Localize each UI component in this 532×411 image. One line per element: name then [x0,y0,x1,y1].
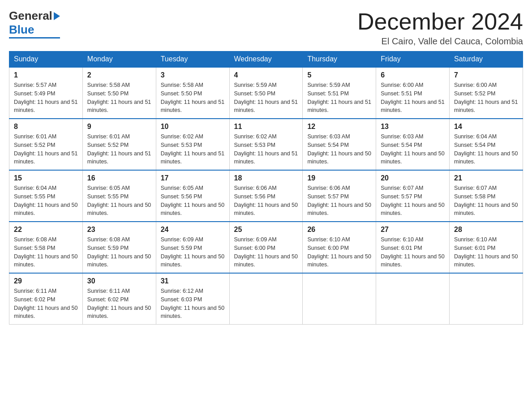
day-info: Sunrise: 5:59 AM Sunset: 5:50 PM Dayligh… [234,81,298,115]
day-number: 10 [161,123,225,131]
day-number: 31 [161,277,225,285]
day-number: 1 [14,71,78,79]
daylight-label: Daylight: 11 hours and 51 minutes. [87,150,151,165]
day-number: 13 [381,123,445,131]
daylight-label: Daylight: 11 hours and 51 minutes. [234,99,298,114]
day-number: 3 [161,71,225,79]
page-header: General Blue December 2024 El Cairo, Val… [9,9,523,47]
daylight-label: Daylight: 11 hours and 51 minutes. [161,99,224,114]
day-info: Sunrise: 6:00 AM Sunset: 5:51 PM Dayligh… [381,81,445,115]
sunrise-label: Sunrise: 5:59 AM [234,82,277,88]
sunrise-label: Sunrise: 6:09 AM [234,236,277,243]
calendar-empty-cell [229,273,303,325]
sunrise-label: Sunrise: 6:05 AM [161,185,203,191]
daylight-label: Daylight: 11 hours and 51 minutes. [14,99,77,114]
calendar-day-cell: 26 Sunrise: 6:10 AM Sunset: 6:00 PM Dayl… [303,222,376,273]
sunrise-label: Sunrise: 6:02 AM [161,133,203,140]
sunset-label: Sunset: 5:57 PM [381,193,422,200]
day-info: Sunrise: 6:08 AM Sunset: 5:58 PM Dayligh… [14,235,78,269]
daylight-label: Daylight: 11 hours and 50 minutes. [14,202,77,217]
daylight-label: Daylight: 11 hours and 50 minutes. [87,305,151,320]
sunrise-label: Sunrise: 6:09 AM [161,236,203,243]
daylight-label: Daylight: 11 hours and 51 minutes. [454,99,518,114]
daylight-label: Daylight: 11 hours and 51 minutes. [87,99,151,114]
day-info: Sunrise: 6:12 AM Sunset: 6:03 PM Dayligh… [161,287,225,321]
daylight-label: Daylight: 11 hours and 50 minutes. [381,150,444,165]
calendar-week-row: 1 Sunrise: 5:57 AM Sunset: 5:49 PM Dayli… [9,67,523,119]
daylight-label: Daylight: 11 hours and 50 minutes. [454,150,518,165]
day-info: Sunrise: 6:11 AM Sunset: 6:02 PM Dayligh… [14,287,78,321]
sunrise-label: Sunrise: 5:58 AM [161,82,203,88]
sunrise-label: Sunrise: 6:08 AM [87,236,130,243]
sunrise-label: Sunrise: 6:06 AM [234,185,277,191]
sunrise-label: Sunrise: 5:58 AM [87,82,130,88]
daylight-label: Daylight: 11 hours and 50 minutes. [87,253,151,268]
day-number: 12 [307,123,371,131]
sunset-label: Sunset: 5:53 PM [161,142,202,148]
sunrise-label: Sunrise: 5:59 AM [307,82,350,88]
sunset-label: Sunset: 6:03 PM [161,296,202,303]
day-info: Sunrise: 6:08 AM Sunset: 5:59 PM Dayligh… [87,235,151,269]
calendar-day-cell: 16 Sunrise: 6:05 AM Sunset: 5:55 PM Dayl… [82,170,156,222]
sunset-label: Sunset: 5:56 PM [234,193,275,200]
column-header-tuesday: Tuesday [156,51,229,68]
day-number: 18 [234,174,298,182]
sunset-label: Sunset: 5:50 PM [234,90,275,97]
column-header-thursday: Thursday [303,51,376,68]
day-number: 4 [234,71,298,79]
day-info: Sunrise: 6:00 AM Sunset: 5:52 PM Dayligh… [454,81,518,115]
sunset-label: Sunset: 6:01 PM [381,245,422,251]
sunset-label: Sunset: 5:50 PM [87,90,129,97]
day-number: 19 [307,174,371,182]
calendar-table: SundayMondayTuesdayWednesdayThursdayFrid… [9,51,523,325]
daylight-label: Daylight: 11 hours and 50 minutes. [454,253,518,268]
calendar-day-cell: 24 Sunrise: 6:09 AM Sunset: 5:59 PM Dayl… [156,222,229,273]
calendar-week-row: 29 Sunrise: 6:11 AM Sunset: 6:02 PM Dayl… [9,273,523,325]
day-number: 26 [307,226,371,234]
sunset-label: Sunset: 5:50 PM [161,90,202,97]
calendar-empty-cell [303,273,376,325]
day-number: 14 [454,123,518,131]
calendar-day-cell: 17 Sunrise: 6:05 AM Sunset: 5:56 PM Dayl… [156,170,229,222]
daylight-label: Daylight: 11 hours and 50 minutes. [307,202,371,217]
calendar-day-cell: 13 Sunrise: 6:03 AM Sunset: 5:54 PM Dayl… [376,119,450,170]
column-header-wednesday: Wednesday [229,51,303,68]
location-text: El Cairo, Valle del Cauca, Colombia [357,36,523,47]
day-number: 27 [381,226,445,234]
sunset-label: Sunset: 5:52 PM [454,90,495,97]
calendar-day-cell: 30 Sunrise: 6:11 AM Sunset: 6:02 PM Dayl… [82,273,156,325]
calendar-day-cell: 9 Sunrise: 6:01 AM Sunset: 5:52 PM Dayli… [82,119,156,170]
sunset-label: Sunset: 5:55 PM [87,193,129,200]
daylight-label: Daylight: 11 hours and 51 minutes. [14,150,77,165]
calendar-day-cell: 12 Sunrise: 6:03 AM Sunset: 5:54 PM Dayl… [303,119,376,170]
day-number: 16 [87,174,151,182]
calendar-day-cell: 10 Sunrise: 6:02 AM Sunset: 5:53 PM Dayl… [156,119,229,170]
calendar-day-cell: 4 Sunrise: 5:59 AM Sunset: 5:50 PM Dayli… [229,67,303,119]
calendar-day-cell: 14 Sunrise: 6:04 AM Sunset: 5:54 PM Dayl… [450,119,523,170]
day-info: Sunrise: 5:57 AM Sunset: 5:49 PM Dayligh… [14,81,78,115]
sunrise-label: Sunrise: 6:11 AM [87,288,130,294]
day-number: 15 [14,174,78,182]
calendar-empty-cell [450,273,523,325]
day-info: Sunrise: 6:01 AM Sunset: 5:52 PM Dayligh… [14,133,78,166]
calendar-empty-cell [376,273,450,325]
sunset-label: Sunset: 5:51 PM [307,90,348,97]
day-number: 25 [234,226,298,234]
sunrise-label: Sunrise: 6:05 AM [87,185,130,191]
sunrise-label: Sunrise: 6:03 AM [381,133,423,140]
day-number: 6 [381,71,445,79]
day-number: 24 [161,226,225,234]
daylight-label: Daylight: 11 hours and 50 minutes. [381,202,444,217]
daylight-label: Daylight: 11 hours and 50 minutes. [14,305,77,320]
day-number: 22 [14,226,78,234]
calendar-day-cell: 15 Sunrise: 6:04 AM Sunset: 5:55 PM Dayl… [9,170,83,222]
day-info: Sunrise: 6:01 AM Sunset: 5:52 PM Dayligh… [87,133,151,166]
day-info: Sunrise: 6:02 AM Sunset: 5:53 PM Dayligh… [234,133,298,166]
calendar-day-cell: 28 Sunrise: 6:10 AM Sunset: 6:01 PM Dayl… [450,222,523,273]
sunrise-label: Sunrise: 6:07 AM [454,185,497,191]
sunrise-label: Sunrise: 6:01 AM [14,133,56,140]
day-number: 9 [87,123,151,131]
sunset-label: Sunset: 5:52 PM [87,142,129,148]
sunset-label: Sunset: 6:01 PM [454,245,495,251]
calendar-day-cell: 22 Sunrise: 6:08 AM Sunset: 5:58 PM Dayl… [9,222,83,273]
